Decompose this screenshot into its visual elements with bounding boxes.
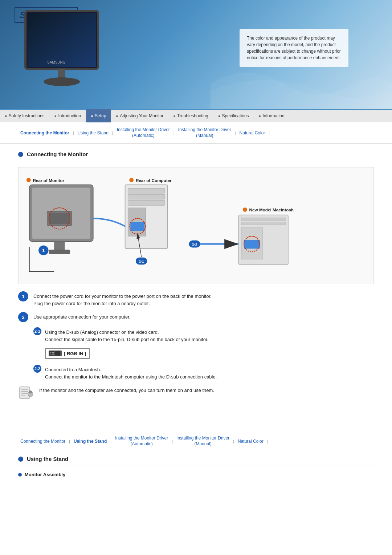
svg-rect-36 [241,218,285,221]
sub-nav-connecting-monitor-top[interactable]: Connecting the Monitor [18,129,72,137]
sub-nav-natural-color-top[interactable]: Natural Color [237,129,268,137]
connecting-title: Connecting the Monitor [27,151,88,157]
svg-point-50 [52,354,53,355]
svg-rect-37 [241,222,285,225]
stand-title: Using the Stand [27,456,68,462]
svg-point-49 [50,354,52,355]
svg-rect-23 [128,189,165,194]
instruction-1: 1 Connect the power cord for your monito… [18,291,374,307]
sub-nav-bottom: Connecting the Monitor | Using the Stand… [0,430,392,452]
sub-nav-driver-manual-top[interactable]: Installing the Monitor Driver(Manual) [176,126,233,140]
sub-instruction-2-1: 2-1 Using the D-sub (Analog) connector o… [33,327,374,380]
nav-specifications[interactable]: Specifications [213,109,254,122]
sub-instruction-2-2-row: 2-2 Connected to a Macintosh. Connect th… [33,365,374,380]
svg-text:2-1: 2-1 [139,259,144,263]
sub-nav-using-stand-bottom[interactable]: Using the Stand [72,437,109,445]
nav-setup[interactable]: Setup [86,109,111,122]
rgb-connector-icon [49,350,62,357]
svg-rect-39 [244,240,260,248]
instruction-2: 2 Use appropriate connection for your co… [18,312,374,322]
svg-point-51 [53,354,54,355]
nav-introduction[interactable]: Introduction [50,109,86,122]
connecting-title-dot [18,152,23,157]
sub-instruction-2-1-row: 2-1 Using the D-sub (Analog) connector o… [33,327,374,343]
svg-text:New Model Macintosh: New Model Macintosh [249,207,294,212]
svg-point-29 [110,220,112,221]
rgb-in-label: [ RGB IN ] [64,351,86,356]
svg-point-46 [50,352,52,353]
instruction-1-text: Connect the power cord for your monitor … [33,291,212,307]
sub-nav-top: Connecting the Monitor | Using the Stand… [0,122,392,144]
sub-nav-driver-auto-bottom[interactable]: Installing the Monitor Driver(Automatic) [113,434,170,448]
header-wave-decoration [211,54,392,109]
sub-nav-bottom-sep-1: | [69,439,70,443]
svg-rect-44 [49,351,54,356]
svg-point-20 [129,178,134,182]
monitor-assembly-dot [18,473,22,477]
badge-2: 2 [18,312,28,322]
sub-nav-using-stand-top[interactable]: Using the Stand [75,129,111,137]
svg-point-4 [44,77,80,86]
svg-rect-15 [49,250,70,254]
badge-2-2: 2-2 [33,365,41,373]
sub-nav-sep-3: | [173,131,175,135]
sub-nav-bottom-sep-2: | [110,439,111,443]
connecting-monitor-section: Connecting the Monitor Rear of Monitor [0,144,392,416]
nav-adjusting[interactable]: Adjusting Your Monitor [111,109,168,122]
svg-point-33 [243,207,247,212]
monitor-assembly-row: Monitor Assembly [18,472,374,477]
sub-nav-sep-1: | [73,131,74,135]
svg-rect-24 [128,194,165,199]
svg-rect-12 [49,213,70,224]
svg-rect-27 [130,222,144,231]
section-divider [0,423,392,423]
note-icon [18,384,34,401]
svg-rect-14 [54,242,65,250]
svg-text:1: 1 [42,248,45,253]
svg-text:SAMSUNG: SAMSUNG [47,60,66,64]
svg-point-47 [52,352,53,353]
sub-nav-connecting-monitor-bottom[interactable]: Connecting the Monitor [18,437,68,445]
badge-2-1: 2-1 [33,327,41,335]
main-nav-bar: Safety Instructions Introduction Setup A… [0,109,392,122]
sub-nav-sep-4: | [235,131,236,135]
nav-information[interactable]: Information [254,109,290,122]
sub-instruction-2-1-text: Using the D-sub (Analog) connector on th… [45,327,208,343]
header-banner: SAMSUNG SAMSUNG The color and appearanc [0,0,392,109]
svg-rect-25 [128,200,165,206]
instructions-list: 1 Connect the power cord for your monito… [18,291,374,401]
nav-safety-instructions[interactable]: Safety Instructions [0,109,50,122]
using-stand-section: Using the Stand Monitor Assembly [0,452,392,487]
note-row: If the monitor and the computer are conn… [18,384,374,401]
header-monitor-image: SAMSUNG [18,7,113,94]
instruction-2-text: Use appropriate connection for your comp… [33,312,130,321]
svg-point-7 [26,178,31,182]
sub-instruction-2-2-text: Connected to a Macintosh. Connect the mo… [45,365,217,380]
rgb-in-box: [ RGB IN ] [45,348,90,359]
connecting-diagram: Rear of Monitor 1 Rear of Computer [18,167,374,284]
badge-1: 1 [18,291,28,301]
svg-text:2-2: 2-2 [192,242,197,246]
stand-title-row: Using the Stand [18,456,374,466]
svg-rect-45 [55,351,60,356]
stand-title-dot [18,457,23,462]
svg-text:Rear of Monitor: Rear of Monitor [33,178,65,183]
sub-nav-sep-2: | [112,131,113,135]
sub-nav-driver-manual-bottom[interactable]: Installing the Monitor Driver(Manual) [174,434,232,448]
sub-nav-bottom-sep-4: | [233,439,234,443]
note-text: If the monitor and the computer are conn… [39,384,214,394]
svg-point-48 [53,352,54,353]
svg-rect-2 [28,13,96,67]
svg-point-58 [29,390,32,393]
svg-text:Rear of Computer: Rear of Computer [136,178,172,183]
nav-troubleshooting[interactable]: Troubleshooting [168,109,213,122]
sub-nav-bottom-sep-5: | [267,439,268,443]
sub-nav-driver-auto-top[interactable]: Installing the Monitor Driver(Automatic) [115,126,172,140]
connecting-title-row: Connecting the Monitor [18,151,374,161]
sub-nav-natural-color-bottom[interactable]: Natural Color [236,437,266,445]
monitor-assembly-title: Monitor Assembly [25,472,65,477]
connecting-diagram-svg: Rear of Monitor 1 Rear of Computer [26,175,366,276]
sub-nav-bottom-sep-3: | [172,439,173,443]
sub-nav-sep-5: | [269,131,270,135]
